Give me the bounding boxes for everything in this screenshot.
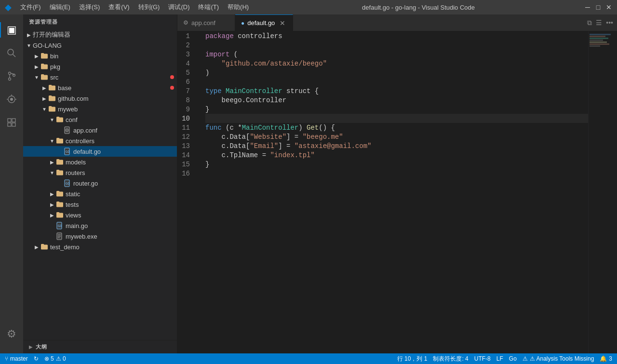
- maximize-button[interactable]: □: [595, 4, 602, 11]
- sidebar-item-src[interactable]: ▼src: [23, 72, 177, 82]
- settings-activity-icon[interactable]: ⚙: [0, 323, 23, 346]
- menu-debug[interactable]: 调试(D): [164, 2, 193, 13]
- tab-size-text: 制表符长度: 4: [433, 355, 468, 363]
- sidebar-item-myweb[interactable]: ▼myweb: [23, 104, 177, 114]
- sidebar-item-label: router.go: [73, 180, 177, 187]
- sidebar-item-bin[interactable]: ▶bin: [23, 51, 177, 61]
- sidebar-item-app.conf[interactable]: app.conf: [23, 125, 177, 135]
- sidebar-item-label: views: [66, 212, 177, 219]
- tab-size-status[interactable]: 制表符长度: 4: [433, 355, 468, 363]
- encoding-status[interactable]: UTF-8: [474, 355, 491, 362]
- line-number: 14: [177, 150, 196, 160]
- code-line: }: [205, 105, 588, 114]
- code-content[interactable]: package controllersimport ( "github.com/…: [201, 31, 588, 353]
- sidebar-item-controllers[interactable]: ▼controllers: [23, 135, 177, 146]
- tab-default-go[interactable]: ● default.go ✕: [235, 14, 293, 31]
- tab-app-conf[interactable]: ⚙ app.conf: [177, 14, 235, 31]
- menu-edit[interactable]: 编辑(E): [46, 2, 74, 13]
- sidebar-item-label: conf: [66, 116, 177, 123]
- sidebar-item-label: models: [66, 159, 177, 166]
- sync-icon: ↻: [34, 355, 39, 362]
- split-editor-button[interactable]: ⧉: [587, 19, 592, 27]
- sidebar-item-label: test_demo: [50, 243, 177, 251]
- toggle-sidebar-button[interactable]: ☰: [596, 19, 602, 27]
- sidebar-item-open-editors[interactable]: ▶打开的编辑器: [23, 29, 177, 40]
- sidebar-item-go-lang[interactable]: ▼GO-LANG: [23, 40, 177, 51]
- menu-help[interactable]: 帮助(H): [224, 2, 253, 13]
- explorer-activity-icon[interactable]: ▣: [0, 18, 23, 41]
- svg-point-0: [8, 49, 13, 55]
- sidebar-item-base[interactable]: ▶base: [23, 82, 177, 93]
- tab-close-button[interactable]: ✕: [280, 19, 285, 27]
- minimize-button[interactable]: ─: [584, 4, 591, 11]
- sidebar-header: 资源管理器: [23, 14, 177, 29]
- line-number: 7: [177, 86, 196, 95]
- sidebar-item-github.com[interactable]: ▶github.com: [23, 93, 177, 104]
- sidebar-item-myweb.exe[interactable]: myweb.exe: [23, 231, 177, 242]
- source-control-activity-icon[interactable]: [0, 65, 23, 88]
- outline-panel: ▶ 大纲: [23, 340, 177, 353]
- sidebar-item-main.go[interactable]: GOmain.go: [23, 220, 177, 231]
- svg-text:GO: GO: [66, 150, 69, 154]
- menu-view[interactable]: 查看(V): [105, 2, 133, 13]
- sidebar-item-conf[interactable]: ▼conf: [23, 114, 177, 125]
- sidebar-item-views[interactable]: ▶views: [23, 210, 177, 220]
- sidebar-item-label: 打开的编辑器: [33, 30, 177, 39]
- git-icon: ⑂: [5, 355, 8, 362]
- code-line: [205, 77, 588, 86]
- analysis-tools-warning[interactable]: ⚠ ⚠ Analysis Tools Missing: [523, 355, 594, 362]
- sidebar-item-tests[interactable]: ▶tests: [23, 199, 177, 210]
- search-activity-icon[interactable]: [0, 41, 23, 65]
- menu-goto[interactable]: 转到(G): [134, 2, 164, 13]
- code-line: ): [205, 68, 588, 77]
- sidebar-item-static[interactable]: ▶static: [23, 189, 177, 199]
- line-number: 9: [177, 105, 196, 114]
- line-number: 11: [177, 123, 196, 132]
- git-branch-status[interactable]: ⑂ master: [5, 355, 28, 362]
- folder-icon: [40, 63, 48, 70]
- close-button[interactable]: ✕: [605, 4, 612, 11]
- language-text: Go: [509, 355, 517, 362]
- sidebar-content[interactable]: ▶打开的编辑器▼GO-LANG▶bin▶pkg▼src▶base▶github.…: [23, 29, 177, 340]
- sidebar-item-router.go[interactable]: GOrouter.go: [23, 178, 177, 189]
- code-line: [205, 114, 588, 123]
- folder-icon: [48, 105, 56, 113]
- sidebar-item-label: myweb: [58, 106, 177, 113]
- menu-terminal[interactable]: 终端(T): [194, 2, 223, 13]
- folder-icon: [56, 116, 64, 123]
- language-status[interactable]: Go: [509, 355, 517, 362]
- menu-select[interactable]: 选择(S): [75, 2, 104, 13]
- code-line: beego.Controller: [205, 95, 588, 105]
- line-number: 13: [177, 141, 196, 150]
- window-controls: ─ □ ✕: [584, 4, 612, 11]
- sidebar-item-models[interactable]: ▶models: [23, 157, 177, 167]
- sync-status[interactable]: ↻: [34, 355, 39, 362]
- notifications-status[interactable]: 🔔 3: [600, 355, 612, 362]
- menu-file[interactable]: 文件(F): [16, 2, 45, 13]
- activity-bar: ▣ ⚙: [0, 14, 23, 353]
- conf-file-icon: [56, 232, 64, 240]
- sidebar-item-test_demo[interactable]: ▶test_demo: [23, 242, 177, 252]
- more-actions-button[interactable]: •••: [606, 19, 613, 27]
- sidebar-item-default.go[interactable]: GOdefault.go: [23, 146, 177, 157]
- folder-icon: [40, 52, 48, 60]
- line-number: 15: [177, 160, 196, 169]
- status-right: 行 10，列 1 制表符长度: 4 UTF-8 LF Go ⚠ ⚠ Analys…: [397, 355, 612, 363]
- sidebar-item-pkg[interactable]: ▶pkg: [23, 61, 177, 72]
- debug-activity-icon[interactable]: [0, 88, 23, 111]
- extensions-activity-icon[interactable]: [0, 111, 23, 134]
- errors-status[interactable]: ⊗ 5 ⚠ 0: [44, 355, 66, 362]
- sidebar-item-label: bin: [50, 53, 177, 60]
- sidebar: 资源管理器 ▶打开的编辑器▼GO-LANG▶bin▶pkg▼src▶base▶g…: [23, 14, 177, 353]
- notification-count: 3: [609, 355, 612, 362]
- outline-label: 大纲: [36, 343, 47, 351]
- line-ending-status[interactable]: LF: [496, 355, 503, 362]
- go-file-icon: GO: [56, 222, 64, 229]
- code-line: func (c *MainController) Get() {: [205, 123, 588, 132]
- sidebar-item-routers[interactable]: ▼routers: [23, 167, 177, 178]
- conf-tab-icon: ⚙: [183, 19, 188, 26]
- branch-name: master: [10, 355, 28, 362]
- sidebar-item-label: app.conf: [73, 127, 177, 134]
- cursor-position[interactable]: 行 10，列 1: [397, 355, 428, 363]
- svg-text:GO: GO: [58, 224, 62, 228]
